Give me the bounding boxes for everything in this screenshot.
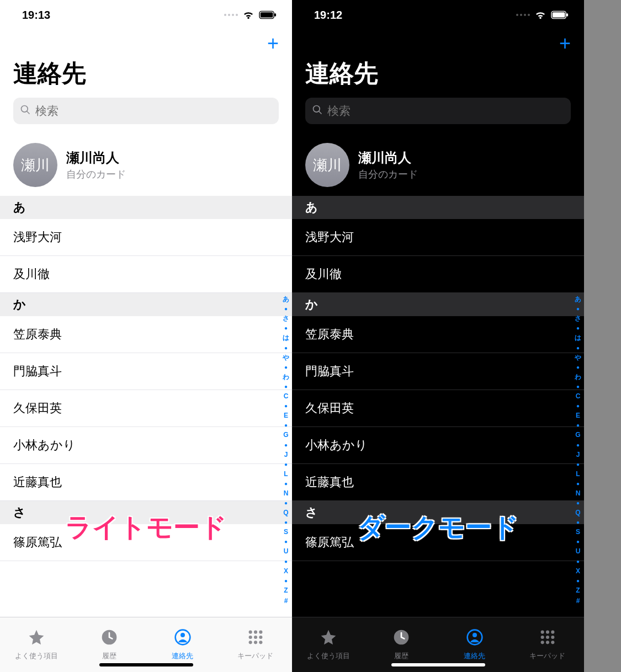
index-letter[interactable]: ● (284, 460, 288, 469)
index-letter[interactable]: C (576, 391, 581, 402)
index-letter[interactable]: J (284, 450, 288, 460)
contact-row[interactable]: 近藤真也 (0, 464, 292, 501)
index-letter[interactable]: X (576, 566, 580, 577)
index-letter[interactable]: G (575, 430, 580, 440)
index-letter[interactable]: U (284, 546, 289, 557)
index-letter[interactable]: N (284, 488, 289, 499)
search-field[interactable] (305, 98, 571, 124)
svg-point-25 (540, 631, 544, 634)
index-letter[interactable]: ● (284, 441, 288, 450)
contact-row[interactable]: 門脇真斗 (292, 353, 584, 390)
index-letter[interactable]: ● (576, 344, 580, 353)
search-input[interactable] (35, 104, 272, 118)
index-letter[interactable]: Z (576, 585, 580, 596)
index-letter[interactable]: C (284, 391, 289, 402)
index-letter[interactable]: S (576, 527, 580, 537)
index-letter[interactable]: ● (576, 499, 580, 508)
index-letter[interactable]: E (284, 410, 288, 421)
index-letter[interactable]: ● (284, 421, 288, 430)
index-letter[interactable]: ● (284, 382, 288, 391)
index-letter[interactable]: Q (283, 508, 288, 518)
search-input[interactable] (327, 104, 564, 118)
contact-row[interactable]: 笠原泰典 (292, 316, 584, 353)
index-letter[interactable]: X (284, 566, 288, 577)
index-letter[interactable]: ● (576, 518, 580, 527)
contact-row[interactable]: 浅野大河 (292, 219, 584, 256)
status-right (516, 10, 569, 20)
index-letter[interactable]: ● (576, 402, 580, 410)
index-letter[interactable]: ● (576, 441, 580, 450)
my-card-row[interactable]: 瀬川 瀬川尚人 自分のカード (0, 134, 292, 196)
tab-label: 連絡先 (172, 651, 193, 661)
index-letter[interactable]: ● (284, 557, 288, 566)
index-letter[interactable]: ● (284, 363, 288, 372)
index-letter[interactable]: S (284, 527, 288, 537)
recent-icon (392, 628, 410, 648)
index-letter[interactable]: ● (576, 460, 580, 469)
index-letter[interactable]: さ (575, 313, 581, 324)
index-letter[interactable]: あ (283, 294, 289, 305)
keypad-icon (247, 628, 264, 648)
index-letter[interactable]: ● (284, 402, 288, 410)
contact-row[interactable]: 小林あかり (0, 427, 292, 464)
index-letter[interactable]: わ (283, 372, 289, 382)
home-indicator[interactable] (99, 663, 193, 666)
index-letter[interactable]: ● (576, 537, 580, 546)
index-letter[interactable]: わ (575, 372, 581, 382)
index-letter[interactable]: ● (284, 344, 288, 353)
index-letter[interactable]: は (283, 333, 289, 343)
index-letter[interactable]: ● (284, 499, 288, 508)
index-letter[interactable]: や (575, 353, 581, 363)
tab-fav[interactable]: よく使う項目 (292, 617, 365, 672)
index-letter[interactable]: ● (284, 577, 288, 585)
index-strip[interactable]: あ●さ●は●や●わ●C●E●G●J●L●N●Q●S●U●X●Z# (573, 294, 583, 606)
my-card-row[interactable]: 瀬川 瀬川尚人 自分のカード (292, 134, 584, 196)
contact-row[interactable]: 浅野大河 (0, 219, 292, 256)
index-letter[interactable]: G (283, 430, 288, 440)
index-letter[interactable]: L (284, 469, 288, 479)
index-letter[interactable]: U (576, 546, 581, 557)
index-letter[interactable]: # (284, 596, 288, 606)
index-letter[interactable]: N (576, 488, 581, 499)
index-letter[interactable]: J (576, 450, 580, 460)
index-letter[interactable]: ● (576, 577, 580, 585)
tab-keypad[interactable]: キーパッド (219, 617, 292, 672)
index-letter[interactable]: Z (284, 585, 288, 596)
index-letter[interactable]: は (575, 333, 581, 343)
contact-row[interactable]: 笠原泰典 (0, 316, 292, 353)
tab-fav[interactable]: よく使う項目 (0, 617, 73, 672)
index-letter[interactable]: ● (284, 518, 288, 527)
tab-keypad[interactable]: キーパッド (511, 617, 584, 672)
contact-row[interactable]: 久保田英 (0, 390, 292, 427)
index-letter[interactable]: や (283, 353, 289, 363)
contact-row[interactable]: 近藤真也 (292, 464, 584, 501)
index-letter[interactable]: ● (576, 557, 580, 566)
index-letter[interactable]: L (576, 469, 580, 479)
contact-row[interactable]: 久保田英 (292, 390, 584, 427)
index-letter[interactable]: ● (284, 537, 288, 546)
index-letter[interactable]: ● (576, 363, 580, 372)
contact-row[interactable]: 門脇真斗 (0, 353, 292, 390)
index-letter[interactable]: ● (284, 305, 288, 313)
add-contact-button[interactable]: + (559, 34, 571, 54)
index-letter[interactable]: Q (575, 508, 580, 518)
index-letter[interactable]: ● (576, 421, 580, 430)
index-letter[interactable]: ● (576, 324, 580, 333)
contact-row[interactable]: 及川徹 (292, 256, 584, 293)
index-letter[interactable]: E (576, 410, 580, 421)
index-letter[interactable]: あ (575, 294, 581, 305)
index-letter[interactable]: ● (576, 305, 580, 313)
contact-row[interactable]: 小林あかり (292, 427, 584, 464)
index-letter[interactable]: ● (284, 479, 288, 488)
index-strip[interactable]: あ●さ●は●や●わ●C●E●G●J●L●N●Q●S●U●X●Z# (281, 294, 291, 606)
add-contact-button[interactable]: + (267, 34, 279, 54)
index-letter[interactable]: # (576, 596, 580, 606)
contact-row[interactable]: 及川徹 (0, 256, 292, 293)
search-field[interactable] (13, 98, 279, 124)
index-letter[interactable]: ● (576, 479, 580, 488)
index-letter[interactable]: ● (576, 382, 580, 391)
index-letter[interactable]: さ (283, 313, 289, 324)
index-letter[interactable]: ● (284, 324, 288, 333)
svg-point-29 (546, 636, 549, 639)
home-indicator[interactable] (391, 663, 485, 666)
